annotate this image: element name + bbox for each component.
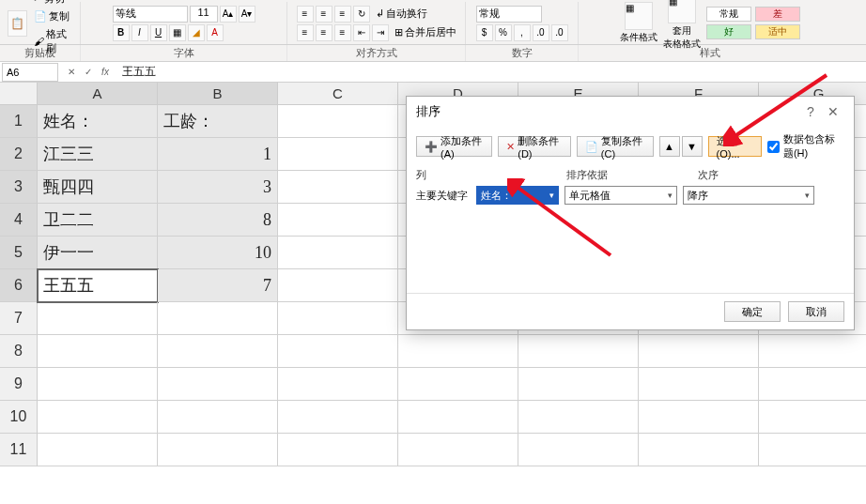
paste-icon[interactable]: 📋: [8, 10, 27, 37]
cell[interactable]: 7: [158, 269, 278, 302]
cell[interactable]: [398, 335, 518, 368]
cancel-button[interactable]: 取消: [788, 301, 844, 322]
orientation-button[interactable]: ↻: [353, 6, 370, 23]
delete-condition-button[interactable]: ✕删除条件(D): [498, 136, 571, 157]
cell[interactable]: 姓名：: [38, 105, 158, 138]
cell[interactable]: [278, 105, 398, 138]
cell[interactable]: [158, 335, 278, 368]
cell[interactable]: 伊一一: [38, 237, 158, 269]
row-header[interactable]: 2: [0, 138, 38, 171]
header-checkbox-input[interactable]: [767, 141, 780, 153]
cell[interactable]: [759, 335, 866, 368]
select-all-corner[interactable]: [0, 83, 38, 105]
cell[interactable]: 卫二二: [38, 204, 158, 237]
cell[interactable]: 3: [158, 171, 278, 204]
row-header[interactable]: 6: [0, 269, 38, 302]
align-top-button[interactable]: ≡: [297, 6, 314, 23]
indent-dec-button[interactable]: ⇤: [353, 24, 370, 41]
style-swatch-normal[interactable]: 常规: [706, 7, 751, 22]
cell[interactable]: [278, 368, 398, 401]
row-header[interactable]: 7: [0, 302, 38, 335]
row-header[interactable]: 11: [0, 434, 38, 466]
comma-button[interactable]: ,: [514, 24, 531, 41]
cell[interactable]: [278, 401, 398, 434]
options-button[interactable]: 选项(O)...: [708, 136, 762, 157]
cell[interactable]: [278, 434, 398, 466]
cell[interactable]: [278, 237, 398, 269]
cell[interactable]: [759, 368, 866, 401]
align-bottom-button[interactable]: ≡: [334, 6, 351, 23]
cell[interactable]: [278, 269, 398, 302]
increase-font-button[interactable]: A▴: [220, 6, 237, 23]
header-checkbox[interactable]: 数据包含标题(H): [767, 132, 844, 160]
cell[interactable]: 10: [158, 237, 278, 269]
cell[interactable]: [639, 434, 759, 466]
underline-button[interactable]: U: [150, 24, 167, 41]
row-header[interactable]: 8: [0, 335, 38, 368]
cell[interactable]: 甄四四: [38, 171, 158, 204]
align-middle-button[interactable]: ≡: [316, 6, 332, 23]
cell[interactable]: [398, 368, 518, 401]
cell-active[interactable]: 王五五: [38, 269, 158, 302]
align-left-button[interactable]: ≡: [297, 24, 314, 41]
italic-button[interactable]: I: [131, 24, 148, 41]
cell[interactable]: [278, 302, 398, 335]
border-button[interactable]: ▦: [169, 24, 186, 41]
copy-condition-button[interactable]: 📄复制条件(C): [577, 136, 654, 157]
cell[interactable]: [518, 401, 639, 434]
dec-decimal-button[interactable]: .0: [551, 24, 568, 41]
number-format-select[interactable]: 常规: [476, 6, 542, 23]
copy-button[interactable]: 📄 复制: [31, 8, 72, 24]
cell[interactable]: [278, 204, 398, 237]
cell[interactable]: [759, 401, 866, 434]
percent-button[interactable]: %: [495, 24, 512, 41]
row-header[interactable]: 3: [0, 171, 38, 204]
style-swatch-good[interactable]: 好: [706, 24, 751, 39]
cell[interactable]: [398, 434, 518, 466]
cell[interactable]: [398, 401, 518, 434]
cell[interactable]: [38, 335, 158, 368]
cell[interactable]: [639, 335, 759, 368]
cell[interactable]: 1: [158, 138, 278, 171]
cell[interactable]: [518, 368, 639, 401]
cell[interactable]: [158, 434, 278, 466]
move-up-button[interactable]: ▲: [659, 136, 680, 157]
fx-icon[interactable]: fx: [98, 65, 113, 80]
cell[interactable]: 8: [158, 204, 278, 237]
font-size-input[interactable]: 11: [190, 6, 218, 23]
key-column-select[interactable]: 姓名：: [476, 186, 559, 205]
col-header[interactable]: C: [278, 83, 398, 105]
cell[interactable]: 工龄：: [158, 105, 278, 138]
cell[interactable]: [38, 434, 158, 466]
ok-button[interactable]: 确定: [724, 301, 781, 322]
cell[interactable]: [38, 368, 158, 401]
cancel-formula-icon[interactable]: ✕: [64, 65, 79, 80]
col-header[interactable]: A: [38, 83, 158, 105]
cell[interactable]: [278, 335, 398, 368]
cell[interactable]: [38, 302, 158, 335]
inc-decimal-button[interactable]: .0: [533, 24, 549, 41]
currency-button[interactable]: $: [476, 24, 493, 41]
wrap-text-button[interactable]: ↲ 自动换行: [376, 6, 427, 23]
format-painter-button[interactable]: 🖌 格式刷: [31, 26, 72, 56]
formula-input[interactable]: [118, 63, 866, 82]
row-header[interactable]: 9: [0, 368, 38, 401]
merge-center-button[interactable]: ⊞ 合并后居中: [394, 24, 456, 41]
cell[interactable]: [158, 302, 278, 335]
help-button[interactable]: ?: [799, 100, 822, 123]
align-right-button[interactable]: ≡: [334, 24, 351, 41]
align-center-button[interactable]: ≡: [316, 24, 332, 41]
cell[interactable]: [158, 401, 278, 434]
cell[interactable]: [278, 171, 398, 204]
close-button[interactable]: ✕: [822, 100, 844, 123]
row-header[interactable]: 10: [0, 401, 38, 434]
cell[interactable]: [639, 401, 759, 434]
enter-formula-icon[interactable]: ✓: [81, 65, 96, 80]
cell[interactable]: [639, 368, 759, 401]
cell[interactable]: 江三三: [38, 138, 158, 171]
font-name-select[interactable]: 等线: [113, 6, 188, 23]
row-header[interactable]: 4: [0, 204, 38, 237]
style-swatch-neutral[interactable]: 适中: [755, 24, 800, 39]
cell[interactable]: [158, 368, 278, 401]
cell[interactable]: [518, 434, 639, 466]
